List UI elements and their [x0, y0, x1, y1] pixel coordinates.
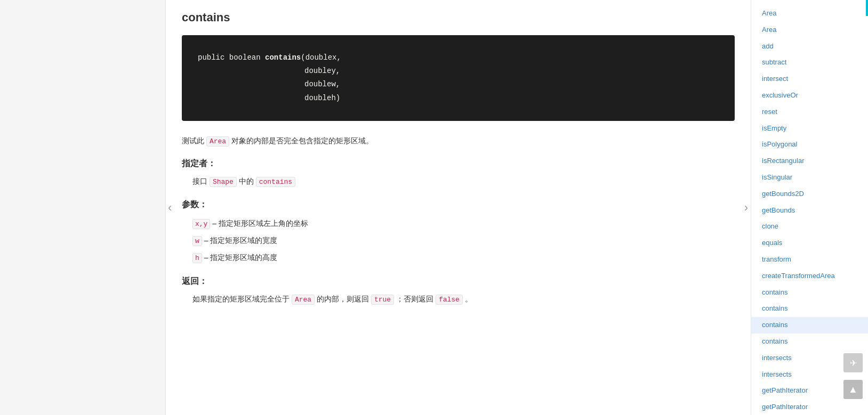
sidebar-item-24[interactable]: getPathIterator	[751, 399, 868, 415]
sidebar-item-2[interactable]: add	[751, 38, 868, 55]
param-xy-desc: – 指定矩形区域左上角的坐标	[212, 219, 308, 227]
sidebar-item-9[interactable]: isRectangular	[751, 153, 868, 169]
sidebar-item-7[interactable]: isEmpty	[751, 120, 868, 137]
param-h: h – 指定矩形区域的高度	[192, 250, 735, 265]
sidebar-item-16[interactable]: createTransformedArea	[751, 268, 868, 284]
sidebar-item-12[interactable]: getBounds	[751, 202, 868, 219]
return-heading: 返回：	[182, 276, 735, 287]
sidebar-item-1[interactable]: Area	[751, 22, 868, 38]
param-w-desc: – 指定矩形区域的宽度	[204, 236, 278, 245]
code-block: public boolean contains(doublex, doubley…	[182, 35, 735, 121]
contains-specifier-inline: contains	[256, 177, 295, 187]
send-icon: ✈	[850, 358, 857, 368]
sidebar-item-5[interactable]: exclusiveOr	[751, 87, 868, 104]
sidebar-item-15[interactable]: transform	[751, 251, 868, 268]
sidebar-item-20[interactable]: contains	[751, 333, 868, 350]
page-title: contains	[182, 11, 735, 25]
sidebar-item-10[interactable]: isSingular	[751, 169, 868, 186]
left-sidebar	[0, 0, 165, 415]
code-params-line4: doubleh)	[304, 94, 340, 102]
code-public: public boolean	[198, 53, 265, 62]
return-false-inline: false	[436, 295, 463, 305]
param-h-desc: – 指定矩形区域的高度	[204, 253, 278, 262]
param-h-name: h	[192, 253, 202, 263]
param-w-name: w	[192, 236, 202, 246]
sidebar-item-8[interactable]: isPolygonal	[751, 136, 868, 153]
top-scroll-indicator	[866, 0, 868, 16]
return-block: 如果指定的矩形区域完全位于 Area 的内部，则返回 true ；否则返回 fa…	[192, 292, 735, 306]
return-area-inline: Area	[292, 295, 315, 305]
next-button[interactable]: ›	[742, 196, 751, 220]
param-xy: x,y – 指定矩形区域左上角的坐标	[192, 216, 735, 231]
sidebar-item-13[interactable]: clone	[751, 218, 868, 235]
specifier-heading: 指定者：	[182, 158, 735, 169]
sidebar-item-0[interactable]: Area	[751, 5, 868, 22]
sidebar-item-3[interactable]: subtract	[751, 54, 868, 71]
code-params-line2: doubley,	[304, 67, 340, 75]
area-inline-code: Area	[206, 136, 229, 147]
code-params-line3: doublew,	[304, 80, 340, 88]
code-method-name: contains	[265, 53, 301, 62]
param-w: w – 指定矩形区域的宽度	[192, 233, 735, 248]
sidebar-item-11[interactable]: getBounds2D	[751, 186, 868, 202]
description-text: 测试此 Area 对象的内部是否完全包含指定的矩形区域。	[182, 134, 735, 148]
sidebar-item-17[interactable]: contains	[751, 284, 868, 301]
prev-button[interactable]: ‹	[165, 196, 174, 220]
return-true-inline: true	[371, 295, 394, 305]
scroll-top-button[interactable]: ▲	[843, 380, 863, 399]
specifier-block: 接口 Shape 中的 contains	[192, 175, 735, 188]
sidebar-item-19[interactable]: contains	[751, 317, 868, 333]
param-xy-name: x,y	[192, 219, 210, 229]
sidebar-item-6[interactable]: reset	[751, 104, 868, 120]
code-params-line1: (doublex,	[301, 53, 341, 62]
sidebar-item-18[interactable]: contains	[751, 300, 868, 317]
shape-inline-code: Shape	[210, 177, 237, 187]
sidebar-item-14[interactable]: equals	[751, 235, 868, 251]
main-content: contains public boolean contains(doublex…	[165, 0, 751, 415]
params-heading: 参数：	[182, 199, 735, 210]
scroll-top-icon: ▲	[848, 384, 858, 395]
send-button[interactable]: ✈	[843, 353, 863, 372]
params-block: x,y – 指定矩形区域左上角的坐标 w – 指定矩形区域的宽度 h – 指定矩…	[192, 216, 735, 265]
sidebar-item-4[interactable]: intersect	[751, 71, 868, 87]
